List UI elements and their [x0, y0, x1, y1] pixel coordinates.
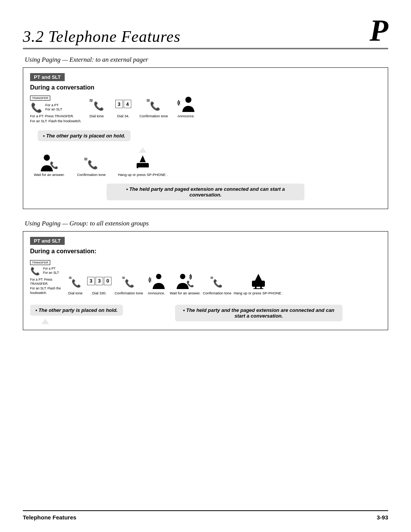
step-announce-1: Announce. [173, 95, 199, 118]
for-pt-slt: For a PT For an SLT [45, 103, 62, 111]
step-hangup-1: ▬▬▬ Hang up or press SP-PHONE . [118, 147, 167, 177]
step2-label-1: Dial tone [89, 114, 104, 118]
step-announce-2: Announce. [145, 272, 167, 296]
wait-answer-icon: 📞 [39, 153, 59, 173]
step-dial-tone-2: ≋ 📞 Dial tone [67, 272, 84, 296]
note1-2: The other party is placed on hold. [30, 305, 123, 316]
svg-text:📞: 📞 [213, 279, 223, 288]
step6-label-2: Wait for an answer. [170, 291, 201, 296]
key-3a: 3 [87, 277, 95, 285]
transfer-inner-2: TRANSFER 📞 For a PT For an SLT [30, 260, 59, 276]
wait-answer-icon-s2: 📞 [176, 272, 194, 291]
section2-notes-row: The other party is placed on hold. The h… [30, 302, 381, 324]
step-dial-tone-1: ≋ 📞 Dial tone [85, 95, 108, 118]
conf-phone-icon-2: ≋ 📞 [84, 154, 99, 172]
conf-tone-icon-1: ≋ 📞 [146, 95, 161, 114]
announce-icon-2 [148, 272, 165, 291]
transfer2-icon-area: TRANSFER 📞 For a PT For an SLT [30, 259, 59, 278]
conf-tone-icon-2: ≋ 📞 [84, 153, 99, 173]
svg-text:📞: 📞 [31, 102, 42, 113]
svg-text:📞: 📞 [88, 160, 98, 170]
page-header: 3.2 Telephone Features P [23, 15, 388, 49]
section1-diagram: PT and SLT During a conversation TRANSFE… [23, 67, 388, 209]
dial-tone-icon-2: ≋ 📞 [68, 272, 82, 291]
key-3b: 3 [96, 277, 103, 285]
person-waiting-icon: 📞 [39, 153, 59, 173]
during-label-2: During a conversation: [30, 248, 381, 255]
header-letter: P [370, 15, 388, 46]
for-pt-slt-2: For a PT For an SLT [43, 267, 59, 275]
page-container: 3.2 Telephone Features P Using Paging — … [0, 0, 411, 532]
svg-rect-23 [252, 281, 265, 287]
note2-2: The held party and the paged extension a… [175, 305, 342, 321]
person-speaking-icon-2 [148, 272, 165, 291]
dial-keys-330: 3 3 0 [87, 277, 112, 285]
hangup-icon-2 [249, 272, 268, 291]
note1-container-1: The other party is placed on hold. [38, 127, 381, 144]
section1-heading: Using Paging — External: to an external … [25, 56, 388, 64]
svg-rect-27 [253, 288, 263, 289]
step-conf-tone-2: ≋ 📞 Confirmation tone [76, 153, 107, 177]
dial34-icon: 3 4 [115, 95, 131, 114]
sp-phone-icon-2 [249, 274, 268, 289]
note2-text-2: The held party and the paged extension a… [186, 307, 334, 319]
step-conf-tone-1: ≋ 📞 Confirmation tone [139, 95, 169, 118]
svg-text:📞: 📞 [72, 279, 81, 288]
svg-point-6 [44, 155, 50, 161]
transfer-label-2: TRANSFER [30, 260, 50, 265]
hangup-arrow-container [139, 147, 147, 153]
section2-heading: Using Paging — Group: to all extension g… [25, 220, 388, 227]
svg-text:▬▬▬: ▬▬▬ [138, 165, 151, 169]
conf-phone-icon-1: ≋ 📞 [146, 95, 161, 113]
transfer-icon-area: TRANSFER 📞 For a PT For an SLT [30, 95, 62, 114]
step1-desc-2: For a PT: PressTRANSFER.For an SLT: Flas… [30, 278, 61, 296]
note1-container-2: The other party is placed on hold. [30, 302, 167, 324]
section1-steps-row: TRANSFER 📞 For a PT For an SLT [30, 95, 381, 123]
svg-text:📞: 📞 [94, 101, 104, 111]
step-wait-answer-1: 📞 Wait for an answer. [34, 153, 65, 177]
note1-1: The other party is placed on hold. [38, 130, 131, 141]
page-footer: Telephone Features 3-93 [23, 510, 388, 521]
svg-text:📞: 📞 [50, 161, 59, 169]
arrow-up-s2 [41, 319, 49, 324]
step7-label-2: Confirmation tone [203, 291, 231, 296]
hangup-label-1: Hang up or press SP-PHONE . [118, 173, 167, 177]
note2-1: The held party and paged extension are c… [107, 184, 304, 200]
transfer-label: TRANSFER [30, 96, 50, 101]
step-transfer-2: TRANSFER 📞 For a PT For an SLT For a [30, 259, 64, 296]
conf-tone-icon-s2: ≋ 📞 [122, 272, 135, 291]
conf-phone-icon-s2-2: ≋ 📞 [210, 273, 224, 290]
step4-label-2: Confirmation tone [115, 291, 143, 296]
svg-marker-24 [255, 274, 262, 281]
footer-title: Telephone Features [23, 514, 76, 521]
person-waiting-icon-2: 📞 [176, 272, 194, 291]
pt-slt-badge-2: PT and SLT [30, 237, 65, 245]
step3-label-1: Dial 34. [117, 114, 129, 118]
step2-label-2: Dial tone [68, 291, 83, 296]
step-wait-s2: 📞 Wait for an answer. [170, 272, 201, 296]
step-hangup-2: Hang up or press SP-PHONE . [234, 272, 283, 296]
key-4: 4 [124, 100, 131, 108]
step1-desc-1: For a PT: Press TRANSFER.For an SLT: Fla… [30, 114, 81, 123]
step-transfer-1: TRANSFER 📞 For a PT For an SLT [30, 95, 81, 123]
phone-handset-icon-2: 📞 [30, 265, 41, 276]
person-speaking-icon [177, 95, 195, 113]
step8-label-2: Hang up or press SP-PHONE . [234, 291, 283, 296]
key-0: 0 [104, 277, 112, 285]
xfer-phone-row: 📞 For a PT For an SLT [30, 265, 59, 276]
note2-text-1: The held party and paged extension are c… [129, 186, 285, 198]
during-label-1: During a conversation [30, 84, 381, 91]
svg-text:📞: 📞 [150, 101, 161, 111]
note2-container-1: The held party and paged extension are c… [30, 181, 381, 203]
header-title: 3.2 Telephone Features [23, 27, 180, 46]
step5-label-1: Announce. [177, 114, 194, 118]
ringing-phone-icon-2: ≋ 📞 [68, 273, 82, 290]
svg-point-18 [156, 274, 161, 279]
conf-phone-icon-s2: ≋ 📞 [122, 273, 135, 290]
hangup-icon: ▬▬▬ [133, 153, 153, 173]
dial-keys-34: 3 4 [115, 100, 131, 108]
section2-steps-row: TRANSFER 📞 For a PT For an SLT For a [30, 259, 381, 296]
footer-page: 3-93 [377, 514, 388, 521]
step5-label-2: Announce. [148, 291, 165, 296]
svg-point-5 [185, 97, 191, 103]
